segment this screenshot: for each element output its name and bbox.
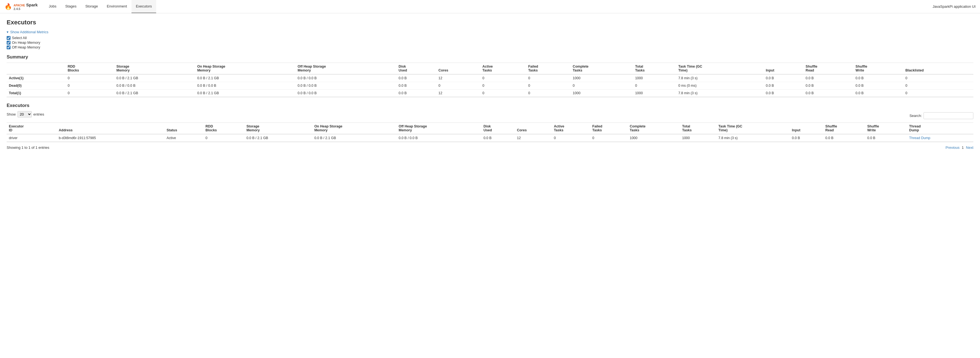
pagination-area: Showing 1 to 1 of 1 entries Previous 1 N… — [6, 145, 974, 150]
th-blacklisted: Blacklisted — [903, 63, 974, 75]
row-cores: 12 — [436, 74, 480, 82]
th-onheap: On Heap StorageMemory — [312, 123, 396, 134]
row-storage: 0.0 B / 2.1 GB — [115, 74, 195, 82]
th-storage-memory: StorageMemory — [115, 63, 195, 75]
th-exec-failed: FailedTasks — [590, 123, 628, 134]
row-label: Total(1) — [6, 90, 65, 97]
row-shuffle-write: 0.0 B — [853, 82, 903, 90]
search-input[interactable] — [924, 112, 974, 119]
checkbox-on-heap-input[interactable] — [6, 41, 11, 45]
checkbox-off-heap-label: Off Heap Memory — [12, 45, 40, 50]
row-active-tasks: 0 — [480, 74, 526, 82]
arrow-icon: ▾ — [6, 30, 9, 34]
exec-cores: 12 — [515, 134, 552, 142]
exec-storage: 0.0 B / 2.1 GB — [244, 134, 312, 142]
checkbox-select-all-input[interactable] — [6, 36, 11, 40]
spark-logo: 🔥 APACHE Spark 2.4.5 — [5, 3, 38, 11]
show-entries-select[interactable]: 10 20 50 100 — [18, 111, 32, 117]
row-task-time: 0 ms (0 ms) — [676, 82, 764, 90]
row-cores: 0 — [436, 82, 480, 90]
brand: 🔥 APACHE Spark 2.4.5 — [5, 3, 38, 11]
nav-storage[interactable]: Storage — [81, 0, 102, 13]
showing-text: Showing 1 to 1 of 1 entries — [6, 145, 49, 150]
row-failed-tasks: 0 — [526, 82, 571, 90]
spark-version: 2.4.5 — [14, 7, 38, 11]
th-exec-input: Input — [790, 123, 823, 134]
row-rdd: 0 — [65, 82, 114, 90]
th-offheap-storage: Off Heap StorageMemory — [295, 63, 396, 75]
entries-label: entries — [33, 112, 44, 117]
checkbox-select-all[interactable]: Select All — [6, 36, 974, 40]
exec-input: 0.0 B — [790, 134, 823, 142]
next-link[interactable]: Next — [966, 145, 974, 150]
previous-link[interactable]: Previous — [945, 145, 959, 150]
metrics-toggle-label: Show Additional Metrics — [10, 30, 48, 34]
th-disk: DiskUsed — [481, 123, 515, 134]
row-complete-tasks: 0 — [571, 82, 633, 90]
spark-brand-text: APACHE Spark 2.4.5 — [14, 3, 38, 11]
th-exec-active: ActiveTasks — [552, 123, 590, 134]
row-active-tasks: 0 — [480, 90, 526, 97]
executors-heading: Executors — [6, 103, 974, 108]
th-rdd: RDDBlocks — [203, 123, 244, 134]
table-controls: Show 10 20 50 100 entries Search: — [6, 111, 974, 120]
table-row: Dead(0) 0 0.0 B / 0.0 B 0.0 B / 0.0 B 0.… — [6, 82, 974, 90]
nav-stages[interactable]: Stages — [61, 0, 81, 13]
show-metrics-link[interactable]: ▾ Show Additional Metrics — [6, 30, 48, 34]
th-shuffle-write: ShuffleWrite — [853, 63, 903, 75]
row-shuffle-read: 0.0 B — [803, 82, 853, 90]
exec-task-time: 7.8 min (3 s) — [716, 134, 790, 142]
checkbox-on-heap-label: On Heap Memory — [12, 40, 40, 45]
nav-environment[interactable]: Environment — [102, 0, 132, 13]
th-input: Input — [764, 63, 803, 75]
th-offheap: Off Heap StorageMemory — [396, 123, 481, 134]
th-total-tasks: TotalTasks — [633, 63, 676, 75]
row-offheap: 0.0 B / 0.0 B — [295, 82, 396, 90]
search-area: Search: — [909, 112, 974, 119]
exec-id: driver — [6, 134, 56, 142]
main-content: Executors ▾ Show Additional Metrics Sele… — [0, 13, 980, 155]
spark-wordmark: Spark — [26, 3, 38, 7]
table-row: driver b-d3t8md6r-1911:57985 Active 0 0.… — [6, 134, 974, 142]
th-exec-shufflewrite: ShuffleWrite — [865, 123, 907, 134]
summary-heading: Summary — [6, 54, 974, 60]
row-input: 0.0 B — [764, 74, 803, 82]
th-shuffle-read: ShuffleRead — [803, 63, 853, 75]
th-active-tasks: ActiveTasks — [480, 63, 526, 75]
row-failed-tasks: 0 — [526, 74, 571, 82]
checkbox-on-heap[interactable]: On Heap Memory — [6, 40, 974, 45]
search-label: Search: — [909, 113, 922, 118]
th-label — [6, 63, 65, 75]
checkbox-select-all-label: Select All — [12, 36, 27, 40]
summary-table: RDDBlocks StorageMemory On Heap StorageM… — [6, 62, 974, 97]
row-label: Dead(0) — [6, 82, 65, 90]
exec-active-tasks: 0 — [552, 134, 590, 142]
nav-jobs[interactable]: Jobs — [44, 0, 60, 13]
th-address: Address — [56, 123, 164, 134]
row-blacklisted: 0 — [903, 90, 974, 97]
checkbox-off-heap-input[interactable] — [6, 45, 11, 50]
row-blacklisted: 0 — [903, 82, 974, 90]
checkbox-off-heap[interactable]: Off Heap Memory — [6, 45, 974, 50]
page-number: 1 — [962, 145, 964, 150]
th-thread-dump: ThreadDump — [907, 123, 974, 134]
row-complete-tasks: 1000 — [571, 74, 633, 82]
th-exec-id: ExecutorID — [6, 123, 56, 134]
th-exec-complete: CompleteTasks — [628, 123, 680, 134]
thread-dump-link[interactable]: Thread Dump — [909, 136, 930, 140]
nav-executors[interactable]: Executors — [132, 0, 156, 13]
row-task-time: 7.8 min (3 s) — [676, 74, 764, 82]
exec-shuffle-write: 0.0 B — [865, 134, 907, 142]
row-input: 0.0 B — [764, 90, 803, 97]
th-onheap-storage: On Heap StorageMemory — [195, 63, 295, 75]
th-exec-tasktime: Task Time (GCTime) — [716, 123, 790, 134]
row-onheap: 0.0 B / 2.1 GB — [195, 74, 295, 82]
exec-onheap: 0.0 B / 2.1 GB — [312, 134, 396, 142]
exec-thread-dump: Thread Dump — [907, 134, 974, 142]
spark-flame-icon: 🔥 — [5, 3, 12, 10]
exec-rdd: 0 — [203, 134, 244, 142]
th-disk-used: DiskUsed — [396, 63, 436, 75]
row-onheap: 0.0 B / 0.0 B — [195, 82, 295, 90]
exec-status: Active — [164, 134, 204, 142]
row-blacklisted: 0 — [903, 74, 974, 82]
